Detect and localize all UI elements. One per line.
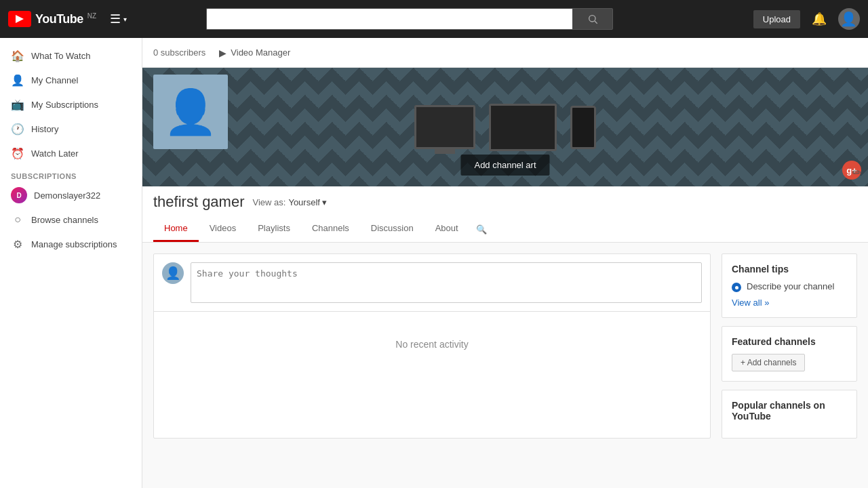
subscriptions-icon: 📺 [11, 98, 24, 111]
hamburger-icon: ☰ [110, 12, 121, 26]
subscription-avatar: D [11, 187, 27, 203]
featured-channels-card: Featured channels + Add channels [722, 326, 857, 382]
sidebar-item-manage-subscriptions[interactable]: ⚙ Manage subscriptions [0, 232, 142, 256]
subscription-name: Demonslayer322 [34, 190, 100, 201]
sidebar-item-my-channel[interactable]: 👤 My Channel [0, 68, 142, 92]
sidebar-item-history[interactable]: 🕐 History [0, 117, 142, 141]
svg-line-1 [595, 21, 597, 24]
topnav-right: Upload 🔔 👤 [753, 8, 860, 30]
device-phone-icon [570, 106, 596, 149]
tab-discussion[interactable]: Discussion [360, 216, 425, 242]
tip-radio-icon [732, 283, 741, 292]
popular-channels-card: Popular channels on YouTube [722, 390, 857, 439]
channel-avatar: 👤 [153, 75, 228, 149]
browse-icon: ○ [11, 213, 24, 226]
featured-channels-title: Featured channels [732, 336, 847, 347]
user-avatar-icon[interactable]: 👤 [838, 8, 860, 30]
channel-info-row: ✏ thefirst gamer View as: Yourself ▾ Hom… [142, 186, 868, 243]
logo-area[interactable]: YouTube NZ [8, 11, 96, 27]
search-bar [206, 8, 613, 30]
youtube-logo-icon [8, 11, 31, 27]
view-as-arrow-icon: ▾ [322, 197, 327, 207]
sidebar-label-what-to-watch: What To Watch [31, 51, 90, 61]
view-all-label: View all » [732, 298, 769, 308]
banner-devices [414, 104, 596, 151]
channel-body: 👤 No recent activity Channel tips Descri… [142, 243, 868, 449]
search-button[interactable] [572, 8, 613, 30]
view-as-dropdown[interactable]: Yourself ▾ [288, 197, 327, 207]
person-icon: 👤 [11, 73, 24, 87]
video-manager-label: Video Manager [231, 47, 290, 58]
home-icon: 🏠 [11, 49, 24, 62]
dropdown-arrow-icon: ▾ [123, 16, 127, 23]
sidebar-label-watch-later: Watch Later [31, 148, 79, 159]
sidebar-label-browse-channels: Browse channels [31, 215, 98, 225]
tip-describe-label: Describe your channel [747, 281, 834, 291]
channel-main-panel: 👤 No recent activity [153, 253, 711, 439]
sidebar-subscription-demonslayer[interactable]: D Demonslayer322 [0, 183, 142, 207]
channel-header-bar: 0 subscribers ▶ Video Manager [142, 38, 868, 68]
comment-avatar: 👤 [162, 262, 184, 284]
video-manager-icon: ▶ [219, 47, 226, 58]
sidebar-item-what-to-watch[interactable]: 🏠 What To Watch [0, 43, 142, 68]
channel-right-sidebar: Channel tips Describe your channel View … [722, 253, 857, 439]
device-monitor-icon [414, 105, 475, 149]
subscriptions-section-label: SUBSCRIPTIONS [0, 165, 142, 183]
youtube-logo-text: YouTube [35, 12, 83, 26]
svg-point-0 [589, 16, 595, 22]
channel-tips-title: Channel tips [732, 264, 847, 274]
search-input[interactable] [206, 8, 572, 30]
channel-tips-card: Channel tips Describe your channel View … [722, 253, 857, 318]
subscribers-count: 0 subscribers [153, 47, 205, 58]
search-icon [587, 14, 598, 24]
channel-banner: 👤 Add channel art g+ [142, 68, 868, 186]
page-layout: 🏠 What To Watch 👤 My Channel 📺 My Subscr… [0, 38, 868, 488]
share-thoughts-bar: 👤 [154, 254, 710, 312]
channel-name: thefirst gamer [153, 193, 245, 211]
tab-home[interactable]: Home [153, 216, 199, 242]
sidebar-item-watch-later[interactable]: ⏰ Watch Later [0, 141, 142, 165]
watch-later-icon: ⏰ [11, 146, 24, 160]
view-all-link[interactable]: View all » [732, 298, 847, 308]
tab-videos[interactable]: Videos [199, 216, 248, 242]
device-tv-icon [489, 104, 557, 151]
topnav: YouTube NZ ☰ ▾ Upload 🔔 👤 [0, 0, 868, 38]
edit-pencil-icon[interactable]: ✏ [852, 166, 861, 179]
sidebar-label-manage-subscriptions: Manage subscriptions [31, 239, 117, 249]
comment-avatar-icon: 👤 [165, 266, 180, 281]
share-thoughts-input[interactable] [191, 262, 702, 303]
notifications-icon[interactable]: 🔔 [808, 8, 830, 30]
popular-channels-title: Popular channels on YouTube [732, 400, 847, 422]
main-content: 0 subscribers ▶ Video Manager 👤 Add chan… [142, 38, 868, 488]
sidebar-label-history: History [31, 124, 58, 134]
view-as-label: View as: Yourself ▾ [253, 197, 327, 207]
video-manager-link[interactable]: ▶ Video Manager [219, 47, 290, 58]
tab-playlists[interactable]: Playlists [247, 216, 301, 242]
sidebar-label-my-channel: My Channel [31, 75, 78, 85]
upload-button[interactable]: Upload [753, 10, 800, 28]
channel-tip-item: Describe your channel [732, 281, 847, 292]
view-as-value: Yourself [288, 197, 320, 207]
sidebar-item-browse-channels[interactable]: ○ Browse channels [0, 207, 142, 232]
channel-search-icon[interactable]: 🔍 [469, 219, 494, 240]
tab-channels[interactable]: Channels [301, 216, 360, 242]
no-activity-label: No recent activity [154, 312, 710, 377]
manage-icon: ⚙ [11, 237, 24, 251]
channel-tabs: Home Videos Playlists Channels Discussio… [153, 216, 857, 242]
hamburger-button[interactable]: ☰ ▾ [104, 9, 132, 29]
add-channel-art-button[interactable]: Add channel art [460, 155, 549, 176]
sidebar: 🏠 What To Watch 👤 My Channel 📺 My Subscr… [0, 38, 142, 488]
sidebar-label-my-subscriptions: My Subscriptions [31, 100, 98, 110]
avatar-person-icon: 👤 [163, 87, 218, 138]
add-channels-button[interactable]: + Add channels [732, 354, 805, 371]
history-icon: 🕐 [11, 122, 24, 136]
country-label: NZ [87, 12, 96, 20]
tab-about[interactable]: About [425, 216, 469, 242]
sidebar-item-my-subscriptions[interactable]: 📺 My Subscriptions [0, 92, 142, 117]
channel-name-row: thefirst gamer View as: Yourself ▾ [153, 193, 857, 211]
